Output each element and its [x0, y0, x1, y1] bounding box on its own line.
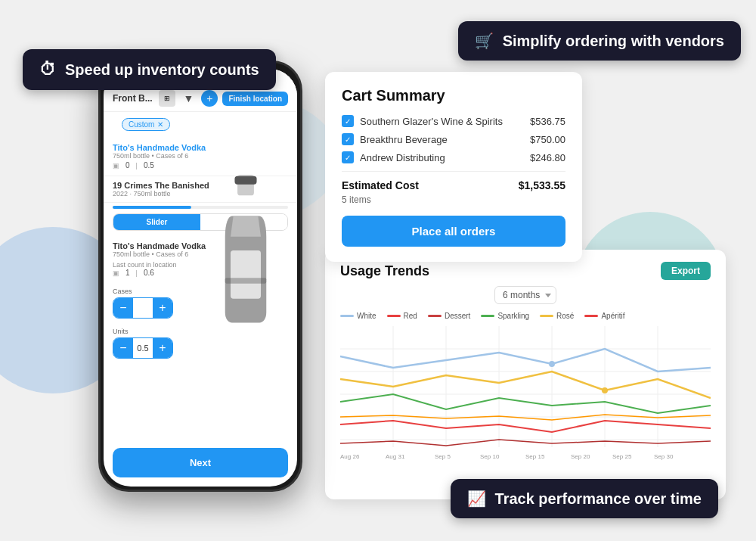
- tooltip-speed: ⏱ Speed up inventory counts: [23, 49, 276, 90]
- units-value: 0.5: [133, 344, 153, 353]
- cart-title: Cart Summary: [342, 87, 565, 104]
- svg-rect-1: [231, 250, 261, 299]
- legend-dessert-dot: [428, 315, 442, 317]
- cases-decrement-button[interactable]: −: [113, 298, 133, 318]
- add-button[interactable]: +: [201, 90, 218, 107]
- svg-text:Sep 30: Sep 30: [654, 453, 674, 460]
- item1-name: Tito's Handmade Vodka: [113, 143, 288, 152]
- custom-badge-x[interactable]: ✕: [157, 120, 163, 129]
- svg-text:Aug 26: Aug 26: [340, 453, 360, 460]
- legend-sparkling-dot: [481, 315, 494, 317]
- item1-units: 0.5: [144, 161, 154, 169]
- chart-line-icon: 📈: [467, 490, 486, 508]
- tooltip-simplify: 🛒 Simplify ordering with vendors: [458, 21, 741, 61]
- phone-location-title: Front B...: [113, 93, 153, 104]
- svg-text:Sep 10: Sep 10: [480, 453, 500, 460]
- filter-icon: ▼: [180, 90, 197, 107]
- legend-red-label: Red: [404, 312, 417, 320]
- chart-filter-row: 6 months: [340, 286, 711, 304]
- legend-sparkling: Sparkling: [481, 312, 529, 320]
- export-button[interactable]: Export: [661, 262, 711, 280]
- item1-desc: 750ml bottle • Cases of 6: [113, 152, 288, 160]
- svg-point-15: [549, 361, 555, 367]
- cart-summary-card: Cart Summary ✓ Southern Glazer's Wine & …: [325, 72, 582, 262]
- legend-rose: Rosé: [540, 312, 574, 320]
- item1-qty: ▣ 0 | 0.5: [113, 161, 288, 169]
- usage-trends-card: Usage Trends Export 6 months White Red D…: [325, 250, 726, 499]
- units-icon: |: [136, 162, 138, 169]
- cart-item-2-name: Breakthru Beverage: [360, 134, 448, 145]
- svg-text:Sep 15: Sep 15: [525, 453, 545, 460]
- cart-divider: [342, 171, 565, 172]
- cart-item-3-amount: $246.80: [530, 152, 565, 163]
- cart-total-row: Estimated Cost $1,533.55: [342, 179, 565, 191]
- units-stepper: − 0.5 +: [113, 337, 173, 359]
- cart-total-amount: $1,533.55: [519, 179, 565, 191]
- cases-icon: ▣: [113, 162, 119, 169]
- phone-screen: Front B... ⊞ ▼ + Finish location Custom …: [104, 69, 297, 487]
- place-all-orders-button[interactable]: Place all orders: [342, 216, 565, 247]
- tooltip-track: 📈 Track performance over time: [451, 479, 718, 518]
- legend-aperitif: Apéritif: [584, 312, 624, 320]
- phone-header-icons: ⊞ ▼ + Finish location: [159, 90, 288, 107]
- tooltip-simplify-text: Simplify ordering with vendors: [503, 33, 724, 50]
- next-button[interactable]: Next: [113, 448, 288, 477]
- legend-aperitif-label: Apéritif: [601, 312, 624, 320]
- slider-tab[interactable]: Slider: [113, 214, 200, 230]
- legend-aperitif-dot: [584, 315, 598, 317]
- cart-icon: 🛒: [475, 32, 494, 50]
- chart-title: Usage Trends: [340, 263, 429, 279]
- progress-fill: [113, 206, 191, 209]
- cart-total-label: Estimated Cost: [342, 179, 419, 191]
- legend-white-label: White: [357, 312, 376, 320]
- svg-text:Aug 31: Aug 31: [386, 453, 405, 460]
- svg-text:Sep 25: Sep 25: [612, 453, 632, 460]
- svg-rect-3: [225, 278, 267, 283]
- cart-item-3-name: Andrew Distributing: [360, 152, 445, 163]
- units-label: Units: [113, 328, 288, 335]
- chart-legend: White Red Dessert Sparkling Rosé Apériti…: [340, 312, 711, 320]
- cart-item-3-left: ✓ Andrew Distributing: [342, 151, 445, 163]
- custom-badge-row: Custom ✕: [104, 112, 297, 137]
- tooltip-track-text: Track performance over time: [495, 490, 702, 508]
- checkbox-2[interactable]: ✓: [342, 133, 354, 145]
- cart-item-1-amount: $536.75: [530, 116, 565, 127]
- svg-point-16: [602, 387, 608, 393]
- legend-white-dot: [340, 315, 354, 317]
- cart-item-2-left: ✓ Breakthru Beverage: [342, 133, 448, 145]
- checkbox-1[interactable]: ✓: [342, 115, 354, 127]
- time-period-select[interactable]: 6 months: [494, 286, 556, 304]
- cases-stepper: − +: [113, 297, 173, 319]
- checkbox-3[interactable]: ✓: [342, 151, 354, 163]
- legend-white: White: [340, 312, 376, 320]
- legend-dessert-label: Dessert: [445, 312, 470, 320]
- svg-text:Sep 20: Sep 20: [571, 453, 590, 460]
- detail-cases: 1: [125, 269, 130, 277]
- cart-item-1-left: ✓ Southern Glazer's Wine & Spirits: [342, 115, 503, 127]
- legend-rose-label: Rosé: [556, 312, 574, 320]
- cart-item-1-name: Southern Glazer's Wine & Spirits: [360, 116, 503, 127]
- grid-icon: ⊞: [159, 90, 175, 107]
- bottle-illustration: [215, 175, 276, 326]
- custom-badge: Custom ✕: [122, 118, 170, 131]
- tooltip-speed-text: Speed up inventory counts: [65, 61, 259, 79]
- legend-red: Red: [387, 312, 417, 320]
- legend-sparkling-label: Sparkling: [497, 312, 529, 320]
- phone-mockup: Front B... ⊞ ▼ + Finish location Custom …: [98, 61, 302, 492]
- units-increment-button[interactable]: +: [153, 338, 172, 358]
- cart-item-2-amount: $750.00: [530, 134, 565, 145]
- units-decrement-button[interactable]: −: [113, 338, 133, 358]
- cart-item-row-1: ✓ Southern Glazer's Wine & Spirits $536.…: [342, 115, 565, 127]
- legend-dessert: Dessert: [428, 312, 470, 320]
- cases-increment-button[interactable]: +: [153, 298, 172, 318]
- inventory-item-1: Tito's Handmade Vodka 750ml bottle • Cas…: [104, 137, 297, 176]
- detail-cases-icon: ▣: [113, 269, 119, 277]
- svg-rect-2: [234, 176, 256, 185]
- finish-location-button[interactable]: Finish location: [222, 92, 288, 106]
- stopwatch-icon: ⏱: [39, 60, 56, 79]
- detail-units-icon: |: [136, 269, 138, 277]
- chart-header: Usage Trends Export: [340, 262, 711, 280]
- units-stepper-section: Units − 0.5 +: [104, 323, 297, 363]
- item1-cases: 0: [125, 161, 130, 169]
- svg-text:Sep 5: Sep 5: [435, 453, 451, 460]
